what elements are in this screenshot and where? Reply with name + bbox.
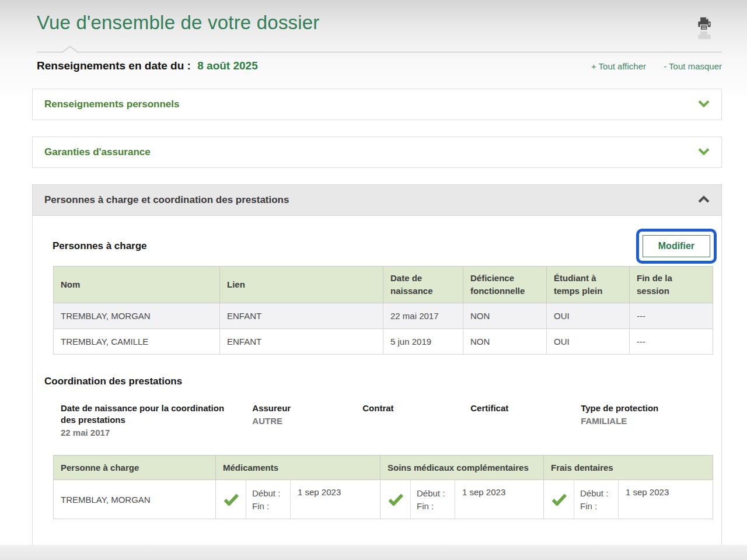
modifier-button[interactable]: Modifier — [643, 235, 710, 257]
col-nom: Nom — [54, 267, 220, 303]
start-label: Début : — [252, 488, 290, 498]
cell-personne: TREMBLAY, MORGAN — [54, 480, 216, 519]
start-label: Début : — [580, 488, 618, 498]
table-header-row: Personne à charge Médicaments Soins médi… — [54, 456, 713, 480]
accordion-personnes-a-charge-header[interactable]: Personnes à charge et coordination des p… — [32, 184, 722, 216]
as-of-label: Renseignements en date du : — [37, 60, 191, 72]
cell-lien: ENFANT — [220, 328, 383, 354]
accordion-list: Renseignements personnels Garanties d'as… — [32, 89, 722, 547]
col-personne: Personne à charge — [54, 456, 216, 480]
cell-etudiant: OUI — [547, 328, 630, 354]
accordion-label: Garanties d'assurance — [44, 146, 151, 158]
dependants-heading: Personnes à charge — [53, 240, 147, 252]
field-label: Date de naissance pour la coordination d… — [61, 402, 236, 426]
cell-deficience: NON — [463, 328, 547, 354]
cell-nom: TREMBLAY, MORGAN — [54, 303, 220, 328]
dependants-panel-body: Personnes à charge Modifier Nom Lien Dat… — [32, 216, 722, 547]
field-label: Type de protection — [581, 402, 708, 414]
collapse-all-link[interactable]: - Tout masquer — [664, 61, 722, 71]
col-dentaires: Frais dentaires — [544, 456, 713, 480]
col-lien: Lien — [220, 267, 383, 303]
benefits-table: Personne à charge Médicaments Soins médi… — [53, 455, 713, 519]
accordion-renseignements-personnels[interactable]: Renseignements personnels — [32, 89, 722, 120]
cell-fin-session: --- — [630, 303, 713, 328]
field-label: Assureur — [252, 402, 362, 414]
modifier-focus-ring: Modifier — [636, 229, 717, 264]
start-date: 1 sep 2023 — [455, 480, 543, 519]
cell-date-naissance: 5 jun 2019 — [383, 328, 463, 354]
col-date-naissance: Date de naissance — [383, 267, 463, 303]
check-icon — [381, 480, 411, 519]
cell-dentaires: Début : Fin : 1 sep 2023 — [544, 480, 713, 519]
dependants-table: Nom Lien Date de naissance Déficience fo… — [53, 266, 713, 355]
chevron-up-icon — [698, 195, 710, 205]
chevron-down-icon — [698, 99, 710, 110]
end-label: Fin : — [580, 501, 618, 511]
col-fin-session: Fin de la session — [630, 267, 713, 303]
accordion-label: Renseignements personnels — [44, 99, 179, 110]
field-value: 22 mai 2017 — [61, 427, 236, 439]
col-soins: Soins médicaux complémentaires — [381, 456, 544, 480]
as-of-date: 8 août 2025 — [197, 60, 258, 72]
cell-medicaments: Début : Fin : 1 sep 2023 — [216, 480, 381, 519]
check-icon — [216, 480, 246, 519]
cell-etudiant: OUI — [547, 303, 630, 328]
col-medicaments: Médicaments — [216, 456, 381, 480]
field-label: Contrat — [362, 402, 470, 414]
field-value: AUTRE — [252, 415, 362, 427]
coordination-fields: Date de naissance pour la coordination d… — [61, 402, 708, 439]
col-deficience: Déficience fonctionnelle — [463, 267, 547, 303]
start-date: 1 sep 2023 — [619, 480, 713, 519]
cell-date-naissance: 22 mai 2017 — [383, 303, 463, 328]
col-etudiant: Étudiant à temps plein — [547, 267, 630, 303]
print-button[interactable] — [694, 14, 714, 40]
accordion-garanties-assurance[interactable]: Garanties d'assurance — [32, 136, 722, 168]
end-label: Fin : — [417, 501, 455, 511]
field-value: FAMILIALE — [581, 415, 708, 427]
title-underline-notch — [37, 45, 722, 52]
table-row: TREMBLAY, CAMILLE ENFANT 5 jun 2019 NON … — [54, 328, 713, 354]
page-title: Vue d'ensemble de votre dossier — [37, 12, 320, 34]
chevron-down-icon — [698, 147, 710, 158]
as-of-row: Renseignements en date du : 8 août 2025 … — [0, 52, 747, 72]
printer-icon — [696, 26, 713, 39]
cell-deficience: NON — [463, 303, 547, 328]
table-row: TREMBLAY, MORGAN Début : Fin : 1 sep 202… — [54, 480, 713, 519]
accordion-label: Personnes à charge et coordination des p… — [44, 194, 289, 206]
check-icon — [544, 480, 574, 519]
expand-all-link[interactable]: + Tout afficher — [591, 61, 646, 71]
start-label: Début : — [417, 488, 455, 498]
coordination-heading: Coordination des prestations — [44, 376, 708, 387]
page-header: Vue d'ensemble de votre dossier — [0, 0, 747, 40]
cell-soins: Début : Fin : 1 sep 2023 — [381, 480, 544, 519]
field-label: Certificat — [470, 402, 581, 414]
cell-lien: ENFANT — [220, 303, 383, 328]
table-row: TREMBLAY, MORGAN ENFANT 22 mai 2017 NON … — [54, 303, 713, 328]
cell-fin-session: --- — [630, 328, 713, 354]
table-header-row: Nom Lien Date de naissance Déficience fo… — [54, 267, 713, 303]
start-date: 1 sep 2023 — [291, 480, 380, 519]
cell-nom: TREMBLAY, CAMILLE — [54, 328, 220, 354]
end-label: Fin : — [252, 501, 290, 511]
